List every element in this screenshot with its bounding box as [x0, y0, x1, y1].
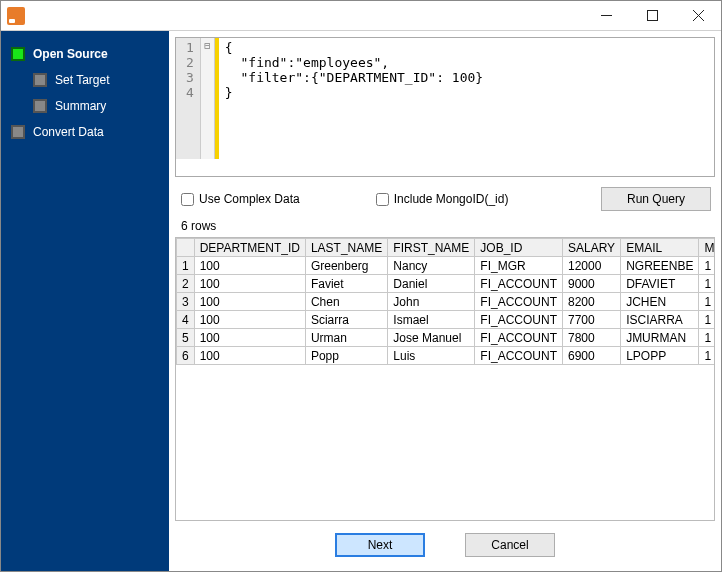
results-table[interactable]: DEPARTMENT_IDLAST_NAMEFIRST_NAMEJOB_IDSA…	[176, 238, 714, 365]
table-row[interactable]: 3100ChenJohnFI_ACCOUNT8200JCHEN1	[177, 293, 715, 311]
table-cell[interactable]: Sciarra	[305, 311, 387, 329]
query-editor[interactable]: 1 2 3 4 ⊟ { "find":"employees", "filter"…	[175, 37, 715, 177]
table-cell[interactable]: JMURMAN	[621, 329, 699, 347]
cancel-button[interactable]: Cancel	[465, 533, 555, 557]
table-row[interactable]: 5100UrmanJose ManuelFI_ACCOUNT7800JMURMA…	[177, 329, 715, 347]
step-label: Open Source	[33, 47, 108, 61]
titlebar	[1, 1, 721, 31]
table-cell[interactable]: FI_ACCOUNT	[475, 347, 563, 365]
row-header[interactable]: 6	[177, 347, 195, 365]
table-row[interactable]: 1100GreenbergNancyFI_MGR12000NGREENBE1	[177, 257, 715, 275]
row-header[interactable]: 4	[177, 311, 195, 329]
row-header[interactable]: 3	[177, 293, 195, 311]
step-status-icon	[33, 73, 47, 87]
table-cell[interactable]: DFAVIET	[621, 275, 699, 293]
use-complex-data-input[interactable]	[181, 193, 194, 206]
table-cell[interactable]: FI_ACCOUNT	[475, 275, 563, 293]
table-cell[interactable]: Jose Manuel	[388, 329, 475, 347]
table-cell[interactable]: Popp	[305, 347, 387, 365]
step-label: Convert Data	[33, 125, 104, 139]
table-cell[interactable]: Faviet	[305, 275, 387, 293]
editor-line-gutter: 1 2 3 4	[176, 38, 201, 159]
step-status-icon	[11, 125, 25, 139]
use-complex-data-label: Use Complex Data	[199, 192, 300, 206]
table-row[interactable]: 2100FavietDanielFI_ACCOUNT9000DFAVIET1	[177, 275, 715, 293]
table-cell[interactable]: Chen	[305, 293, 387, 311]
app-icon	[7, 7, 25, 25]
wizard-sidebar: Open SourceSet TargetSummaryConvert Data	[1, 31, 169, 571]
close-button[interactable]	[675, 1, 721, 31]
table-cell[interactable]: Greenberg	[305, 257, 387, 275]
wizard-step[interactable]: Set Target	[1, 67, 169, 93]
table-cell[interactable]: ISCIARRA	[621, 311, 699, 329]
table-cell[interactable]: Luis	[388, 347, 475, 365]
table-cell[interactable]: LPOPP	[621, 347, 699, 365]
run-query-button[interactable]: Run Query	[601, 187, 711, 211]
editor-fold-gutter: ⊟	[201, 38, 215, 159]
table-cell[interactable]: 9000	[562, 275, 620, 293]
row-header[interactable]: 5	[177, 329, 195, 347]
row-header[interactable]: 1	[177, 257, 195, 275]
column-header[interactable]: DEPARTMENT_ID	[194, 239, 305, 257]
table-cell[interactable]: 100	[194, 347, 305, 365]
include-mongoid-input[interactable]	[376, 193, 389, 206]
table-cell[interactable]: NGREENBE	[621, 257, 699, 275]
column-header[interactable]: SALARY	[562, 239, 620, 257]
column-header[interactable]: M	[699, 239, 714, 257]
wizard-step[interactable]: Summary	[1, 93, 169, 119]
column-header[interactable]: JOB_ID	[475, 239, 563, 257]
wizard-step[interactable]: Convert Data	[1, 119, 169, 145]
column-header[interactable]: FIRST_NAME	[388, 239, 475, 257]
step-status-icon	[11, 47, 25, 61]
table-cell[interactable]: 1	[699, 311, 714, 329]
table-cell[interactable]: 100	[194, 293, 305, 311]
table-cell[interactable]: 1	[699, 293, 714, 311]
table-cell[interactable]: John	[388, 293, 475, 311]
table-cell[interactable]: 7800	[562, 329, 620, 347]
table-row[interactable]: 6100PoppLuisFI_ACCOUNT6900LPOPP1	[177, 347, 715, 365]
table-cell[interactable]: 8200	[562, 293, 620, 311]
table-cell[interactable]: FI_ACCOUNT	[475, 311, 563, 329]
table-cell[interactable]: 100	[194, 257, 305, 275]
table-cell[interactable]: FI_ACCOUNT	[475, 329, 563, 347]
use-complex-data-checkbox[interactable]: Use Complex Data	[181, 192, 300, 206]
results-table-scroll[interactable]: DEPARTMENT_IDLAST_NAMEFIRST_NAMEJOB_IDSA…	[176, 238, 714, 503]
column-header[interactable]: LAST_NAME	[305, 239, 387, 257]
table-cell[interactable]: 1	[699, 347, 714, 365]
table-cell[interactable]: Ismael	[388, 311, 475, 329]
table-cell[interactable]: Daniel	[388, 275, 475, 293]
table-row[interactable]: 4100SciarraIsmaelFI_ACCOUNT7700ISCIARRA1	[177, 311, 715, 329]
table-cell[interactable]: Nancy	[388, 257, 475, 275]
table-cell[interactable]: FI_MGR	[475, 257, 563, 275]
table-cell[interactable]: 100	[194, 275, 305, 293]
include-mongoid-label: Include MongoID(_id)	[394, 192, 509, 206]
table-corner	[177, 239, 195, 257]
wizard-step[interactable]: Open Source	[1, 41, 169, 67]
table-cell[interactable]: Urman	[305, 329, 387, 347]
results-hscrollbar[interactable]	[176, 503, 714, 520]
results-table-wrap: DEPARTMENT_IDLAST_NAMEFIRST_NAMEJOB_IDSA…	[175, 237, 715, 521]
editor-code-area[interactable]: { "find":"employees", "filter":{"DEPARTM…	[219, 38, 489, 159]
table-cell[interactable]: FI_ACCOUNT	[475, 293, 563, 311]
table-cell[interactable]: 7700	[562, 311, 620, 329]
table-cell[interactable]: 100	[194, 311, 305, 329]
table-cell[interactable]: 6900	[562, 347, 620, 365]
row-header[interactable]: 2	[177, 275, 195, 293]
table-cell[interactable]: 1	[699, 329, 714, 347]
maximize-button[interactable]	[629, 1, 675, 31]
include-mongoid-checkbox[interactable]: Include MongoID(_id)	[376, 192, 509, 206]
svg-rect-1	[647, 11, 657, 21]
next-button[interactable]: Next	[335, 533, 425, 557]
row-count-label: 6 rows	[169, 215, 721, 237]
step-label: Set Target	[55, 73, 109, 87]
table-cell[interactable]: JCHEN	[621, 293, 699, 311]
table-cell[interactable]: 1	[699, 257, 714, 275]
step-status-icon	[33, 99, 47, 113]
table-cell[interactable]: 1	[699, 275, 714, 293]
minimize-button[interactable]	[583, 1, 629, 31]
column-header[interactable]: EMAIL	[621, 239, 699, 257]
editor-hscrollbar[interactable]	[176, 159, 714, 176]
table-cell[interactable]: 100	[194, 329, 305, 347]
table-cell[interactable]: 12000	[562, 257, 620, 275]
step-label: Summary	[55, 99, 106, 113]
